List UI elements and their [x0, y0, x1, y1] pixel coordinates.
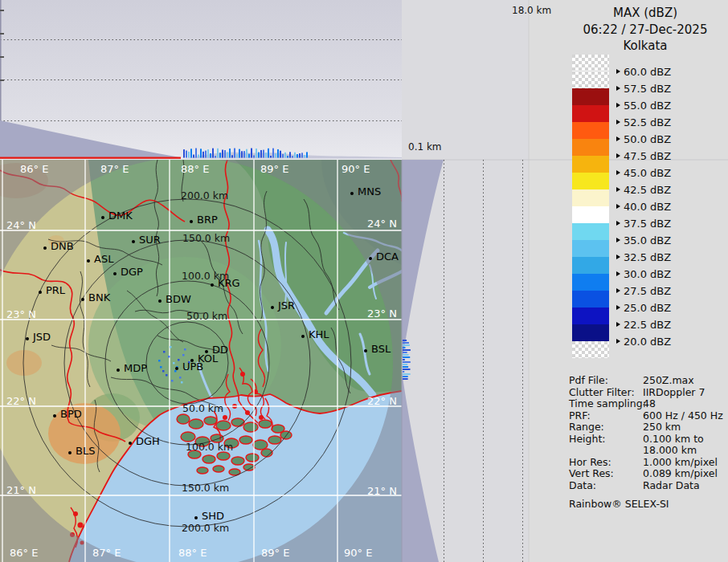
station-dot [158, 299, 162, 303]
latitude-label-right: 21° N [367, 486, 397, 497]
station-dot [68, 451, 72, 454]
colorbar-band [572, 324, 609, 341]
product-title: MAX (dBZ) [562, 5, 728, 22]
colorbar-band [572, 122, 609, 139]
legend-tick-label: 20.0 dBZ [624, 336, 671, 348]
legend-tick-row: 32.5 dBZ [616, 251, 671, 263]
metadata-label: Clutter Filter: [569, 387, 635, 399]
latitude-label-left: 22° N [6, 396, 36, 407]
legend-tick-label: 60.0 dBZ [624, 66, 671, 78]
legend-tick-row: 52.5 dBZ [616, 116, 671, 128]
station-label: DCA [376, 250, 399, 263]
station-label: JSR [278, 299, 295, 312]
metadata-value: 600 Hz / 450 Hz [643, 410, 723, 422]
station-label: DGP [121, 266, 143, 278]
longitude-label-bottom: 89° E [261, 548, 289, 559]
legend-tick-label: 32.5 dBZ [624, 251, 671, 263]
latitude-label-left: 23° N [6, 309, 36, 320]
tick-arrow-icon [616, 204, 620, 209]
metadata-label: Data: [569, 480, 596, 492]
legend-tick-label: 27.5 dBZ [624, 285, 671, 297]
software-brand: Rainbow® SELEX-SI [569, 498, 669, 510]
legend-tick-row: 57.5 dBZ [616, 83, 671, 94]
latitude-label-left: 24° N [6, 220, 36, 231]
legend-tick-row: 42.5 dBZ [616, 184, 671, 195]
metadata-label: Height: [569, 434, 606, 446]
legend-tick-label: 55.0 dBZ [624, 100, 671, 112]
station-dot [43, 246, 47, 250]
legend-tick-row: 50.0 dBZ [616, 133, 671, 145]
longitude-label-top: 86° E [20, 164, 48, 175]
legend-tick-label: 35.0 dBZ [624, 234, 671, 246]
station-dot [301, 335, 305, 338]
tick-arrow-icon [616, 255, 620, 259]
metadata-label: Range: [569, 422, 604, 434]
station-label: DNB [51, 240, 74, 252]
colorbar-band [572, 223, 609, 240]
station-label: SUR [139, 234, 161, 246]
station-label: BLS [76, 445, 95, 457]
legend-tick-row: 47.5 dBZ [616, 150, 671, 161]
tick-arrow-icon [616, 120, 620, 124]
metadata-row: Pdf File:250Z.max [569, 375, 728, 387]
dbz-colorbar [572, 55, 609, 358]
station-dot [39, 291, 42, 294]
tick-arrow-icon [616, 288, 620, 293]
station-dot [350, 192, 354, 195]
station-label: BRP [197, 214, 218, 226]
legend-tick-row: 30.0 dBZ [616, 268, 671, 279]
longitude-label-top: 89° E [260, 164, 288, 175]
metadata-row: PRF:600 Hz / 450 Hz [569, 410, 728, 422]
tick-arrow-icon [616, 153, 620, 158]
longitude-label-top: 87° E [100, 164, 129, 175]
legend-tick-label: 50.0 dBZ [624, 133, 671, 145]
colorbar-band [572, 189, 609, 206]
tick-arrow-icon [616, 136, 620, 141]
metadata-label: Time sampling: [569, 398, 646, 410]
legend-title-block: MAX (dBZ) 06:22 / 27-Dec-2025 Kolkata [562, 5, 728, 55]
station-label: BPD [60, 408, 82, 420]
tick-arrow-icon [616, 271, 620, 276]
height-min-label: 0.1 km [408, 142, 442, 153]
tick-arrow-icon [616, 187, 620, 192]
longitude-label-bottom: 90° E [344, 548, 372, 559]
metadata-value: IIRDoppler 7 [643, 387, 705, 399]
metadata-value: Radar Data [643, 480, 700, 492]
legend-tick-label: 42.5 dBZ [624, 184, 671, 196]
colorbar-band [572, 307, 609, 324]
product-metadata: Pdf File:250Z.maxClutter Filter:IIRDoppl… [569, 375, 728, 491]
longitude-label-bottom: 87° E [92, 548, 121, 559]
legend-tick-label: 22.5 dBZ [624, 319, 671, 331]
range-ring-label: 100.0 km [186, 441, 233, 453]
tick-arrow-icon [616, 238, 620, 242]
station-label: BDW [166, 293, 191, 305]
metadata-row: Hor Res:1.000 km/pixel [569, 457, 728, 469]
colorbar-band [572, 139, 609, 156]
radar-product-screen: 18.0 km 0.1 km MAX (dBZ) 06:22 / 27-Dec-… [0, 0, 728, 562]
metadata-row: Vert Res:0.089 km/pixel [569, 468, 728, 480]
station-dot [53, 414, 56, 417]
colorbar-band [572, 88, 609, 105]
tick-arrow-icon [616, 103, 620, 108]
station-label: KHL [309, 328, 329, 340]
legend-tick-row: 27.5 dBZ [616, 285, 671, 296]
tick-arrow-icon [616, 305, 620, 310]
longitude-label-bottom: 88° E [178, 548, 207, 559]
top-projection-panel [0, 0, 402, 160]
legend-tick-label: 57.5 dBZ [624, 83, 671, 95]
station-label: MDP [124, 362, 147, 374]
longitude-label-bottom: 86° E [10, 548, 38, 559]
station-label: SHD [202, 510, 224, 522]
legend-tick-row: 20.0 dBZ [616, 336, 671, 347]
tick-arrow-icon [616, 69, 620, 74]
range-ring-label: 200.0 km [182, 522, 229, 534]
legend-tick-label: 25.0 dBZ [624, 302, 671, 314]
legend-tick-row: 37.5 dBZ [616, 218, 671, 229]
latitude-label-right: 22° N [367, 396, 397, 407]
colorbar-band [572, 105, 609, 122]
metadata-row: Clutter Filter:IIRDoppler 7 [569, 387, 728, 399]
station-label: ASL [94, 253, 113, 265]
height-max-label: 18.0 km [512, 6, 551, 16]
metadata-label: PRF: [569, 410, 591, 422]
metadata-value: 18.000 km [643, 445, 697, 457]
